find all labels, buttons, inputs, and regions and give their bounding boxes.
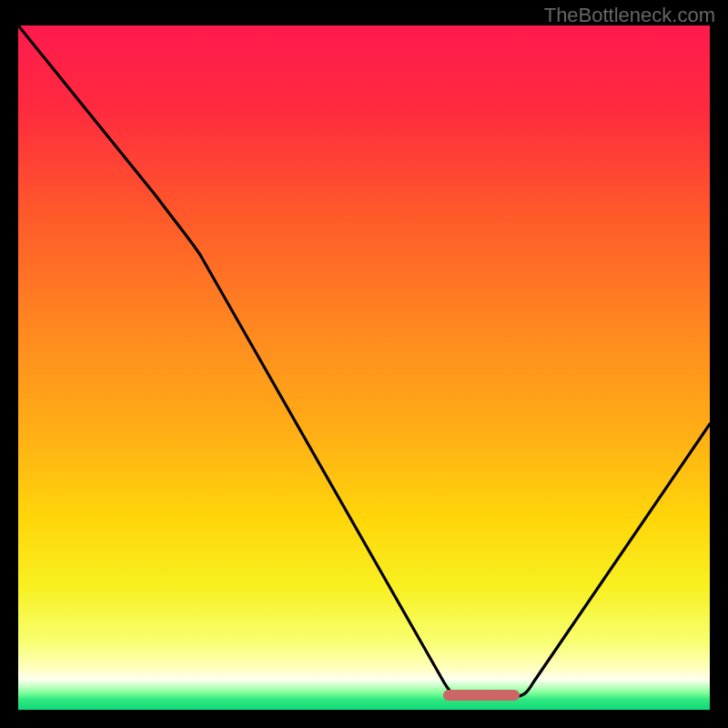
optimal-marker	[443, 690, 520, 701]
curve-path	[18, 25, 710, 696]
bottleneck-curve	[18, 25, 710, 710]
plot-area	[18, 25, 710, 710]
watermark-text: TheBottleneck.com	[544, 4, 715, 27]
